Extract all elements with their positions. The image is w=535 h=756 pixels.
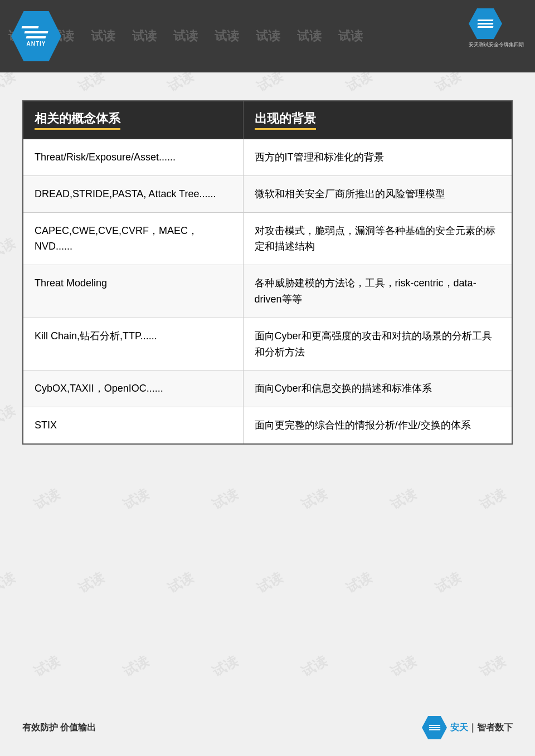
- table-header-row: 相关的概念体系 出现的背景: [23, 101, 512, 139]
- brand-subtitle: 安天测试安全令牌集四期: [469, 41, 524, 48]
- table-row: Threat Modeling各种威胁建模的方法论，工具，risk-centri…: [23, 265, 512, 318]
- table-cell-right: 面向更完整的综合性的情报分析/作业/交换的体系: [243, 407, 512, 444]
- page-header: 试读 试读 试读 试读 试读 试读 试读 试读 试读 ANTIY 安天测试安全令…: [0, 0, 535, 72]
- table-row: STIX面向更完整的综合性的情报分析/作业/交换的体系: [23, 407, 512, 444]
- table-cell-right: 面向Cyber和信息交换的描述和标准体系: [243, 370, 512, 407]
- footer-brand: 安天｜智者数下: [422, 716, 513, 739]
- table-cell-right: 各种威胁建模的方法论，工具，risk-centric，data-driven等等: [243, 265, 512, 318]
- table-cell-left: Threat Modeling: [23, 265, 243, 318]
- table-cell-left: Kill Chain,钻石分析,TTP......: [23, 318, 243, 370]
- table-row: CAPEC,CWE,CVE,CVRF，MAEC，NVD......对攻击模式，脆…: [23, 212, 512, 265]
- logo-graphic: [25, 26, 48, 38]
- logo-line-3: [26, 36, 46, 38]
- page-footer: 有效防护 价值输出 安天｜智者数下: [0, 716, 535, 739]
- col-header-left: 相关的概念体系: [23, 101, 243, 139]
- table-cell-left: CAPEC,CWE,CVE,CVRF，MAEC，NVD......: [23, 212, 243, 265]
- table-row: CybOX,TAXII，OpenIOC......面向Cyber和信息交换的描述…: [23, 370, 512, 407]
- table-row: Threat/Risk/Exposure/Asset......西方的IT管理和…: [23, 139, 512, 176]
- brand-hex-icon: [469, 8, 502, 39]
- table-cell-right: 面向Cyber和更高强度的攻击和对抗的场景的分析工具和分析方法: [243, 318, 512, 370]
- table-cell-left: DREAD,STRIDE,PASTA, Attack Tree......: [23, 175, 243, 212]
- header-brand: 安天测试安全令牌集四期: [469, 8, 524, 48]
- footer-hex-icon: [422, 716, 447, 739]
- table-cell-left: CybOX,TAXII，OpenIOC......: [23, 370, 243, 407]
- footer-brand-text: 安天｜智者数下: [450, 722, 513, 734]
- table-body: Threat/Risk/Exposure/Asset......西方的IT管理和…: [23, 139, 512, 444]
- footer-tagline: 有效防护 价值输出: [22, 722, 96, 734]
- header-watermarks: 试读 试读 试读 试读 试读 试读 试读 试读 试读: [0, 0, 535, 72]
- table-row: Kill Chain,钻石分析,TTP......面向Cyber和更高强度的攻击…: [23, 318, 512, 370]
- table-cell-right: 微软和相关安全厂商所推出的风险管理模型: [243, 175, 512, 212]
- main-content: 相关的概念体系 出现的背景 Threat/Risk/Exposure/Asset…: [0, 72, 535, 461]
- table-cell-left: Threat/Risk/Exposure/Asset......: [23, 139, 243, 176]
- concept-table: 相关的概念体系 出现的背景 Threat/Risk/Exposure/Asset…: [22, 100, 513, 445]
- table-row: DREAD,STRIDE,PASTA, Attack Tree......微软和…: [23, 175, 512, 212]
- table-cell-right: 西方的IT管理和标准化的背景: [243, 139, 512, 176]
- logo-text: ANTIY: [27, 41, 46, 47]
- col-header-right: 出现的背景: [243, 101, 512, 139]
- logo: ANTIY: [11, 11, 61, 61]
- logo-line-1: [21, 26, 38, 28]
- logo-line-2: [24, 31, 48, 33]
- table-cell-right: 对攻击模式，脆弱点，漏洞等各种基础的安全元素的标定和描述结构: [243, 212, 512, 265]
- table-cell-left: STIX: [23, 407, 243, 444]
